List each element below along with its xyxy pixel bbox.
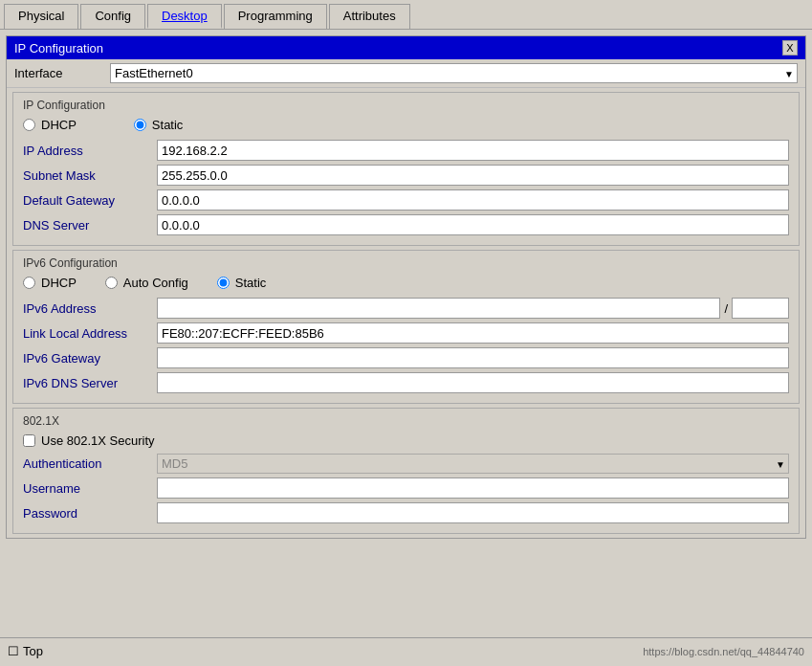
ip-address-input[interactable] [157, 140, 789, 161]
subnet-mask-row: Subnet Mask [23, 165, 789, 186]
prefix-separator: / [720, 301, 732, 316]
subnet-mask-label: Subnet Mask [23, 166, 157, 185]
interface-select[interactable]: FastEthernet0 [110, 63, 798, 83]
interface-select-wrapper: FastEthernet0 ▼ [110, 63, 798, 83]
dot1x-section-title: 802.1X [23, 414, 789, 428]
ipv6-gateway-label: IPv6 Gateway [23, 349, 157, 367]
password-label: Password [23, 504, 157, 522]
ipv6-static-radio[interactable] [217, 277, 230, 289]
ipv6-dhcp-option[interactable]: DHCP [23, 276, 77, 290]
ipv4-dhcp-radio[interactable] [23, 119, 35, 131]
subnet-mask-input[interactable] [157, 165, 789, 186]
top-button[interactable]: ☐ Top [8, 644, 43, 658]
ipv6-dhcp-radio[interactable] [23, 277, 35, 289]
dot1x-checkbox-label: Use 802.1X Security [41, 433, 155, 448]
dns-server-label: DNS Server [23, 216, 157, 234]
dns-server-row: DNS Server [23, 214, 789, 235]
ipv6-static-label: Static [235, 276, 267, 290]
ipv6-address-row: IPv6 Address / [23, 298, 789, 319]
dot1x-section: 802.1X Use 802.1X Security Authenticatio… [12, 408, 800, 534]
ipv4-dhcp-option[interactable]: DHCP [23, 118, 77, 132]
default-gateway-label: Default Gateway [23, 191, 157, 210]
tab-bar: Physical Config Desktop Programming Attr… [0, 0, 812, 30]
ipv4-radio-row: DHCP Static [23, 118, 789, 132]
ipv6-static-option[interactable]: Static [217, 276, 267, 290]
auth-select-wrapper: MD5 ▼ [157, 454, 789, 474]
ipv4-section: IP Configuration DHCP Static IP Address … [12, 92, 800, 246]
ip-config-panel: IP Configuration X Interface FastEtherne… [6, 35, 806, 539]
dns-server-input[interactable] [157, 214, 789, 235]
top-label: Top [23, 644, 43, 658]
main-container: IP Configuration X Interface FastEtherne… [0, 30, 812, 637]
link-local-row: Link Local Address [23, 322, 789, 344]
ipv6-autoconfig-radio[interactable] [105, 277, 118, 289]
ipv6-section: IPv6 Configuration DHCP Auto Config Stat… [12, 250, 800, 404]
ipv4-section-title: IP Configuration [23, 99, 789, 112]
bottom-url: https://blog.csdn.net/qq_44844740 [643, 646, 804, 657]
username-label: Username [23, 479, 157, 498]
auth-select[interactable]: MD5 [157, 454, 789, 474]
ipv4-static-label: Static [152, 118, 184, 132]
username-row: Username [23, 477, 789, 499]
bottom-bar: ☐ Top https://blog.csdn.net/qq_44844740 [0, 637, 812, 664]
ipv6-radio-row: DHCP Auto Config Static [23, 276, 789, 290]
ipv6-address-label: IPv6 Address [23, 300, 157, 318]
ipv6-dns-row: IPv6 DNS Server [23, 372, 789, 393]
ipv6-dns-input[interactable] [157, 372, 789, 393]
password-row: Password [23, 502, 789, 523]
username-input[interactable] [157, 477, 789, 499]
interface-row: Interface FastEthernet0 ▼ [7, 59, 805, 88]
auth-row: Authentication MD5 ▼ [23, 454, 789, 474]
panel-title-bar: IP Configuration X [7, 36, 805, 59]
default-gateway-row: Default Gateway [23, 189, 789, 211]
tab-physical[interactable]: Physical [4, 4, 78, 29]
ipv6-dhcp-label: DHCP [41, 276, 77, 290]
ipv6-autoconfig-label: Auto Config [123, 276, 188, 290]
top-checkbox-icon: ☐ [8, 644, 19, 658]
ipv4-static-option[interactable]: Static [134, 118, 184, 132]
dot1x-checkbox[interactable] [23, 434, 35, 447]
link-local-input[interactable] [157, 322, 789, 344]
tab-desktop[interactable]: Desktop [147, 4, 222, 29]
ipv4-dhcp-label: DHCP [41, 118, 77, 132]
dot1x-checkbox-row: Use 802.1X Security [23, 433, 789, 448]
ipv6-gateway-row: IPv6 Gateway [23, 347, 789, 368]
ipv6-autoconfig-option[interactable]: Auto Config [105, 276, 188, 290]
ipv6-address-input[interactable] [157, 298, 720, 319]
link-local-label: Link Local Address [23, 324, 157, 343]
ipv6-dns-label: IPv6 DNS Server [23, 374, 157, 392]
ipv6-gateway-input[interactable] [157, 347, 789, 368]
auth-label: Authentication [23, 455, 157, 473]
tab-programming[interactable]: Programming [224, 4, 327, 29]
panel-close-button[interactable]: X [782, 40, 798, 56]
tab-attributes[interactable]: Attributes [329, 4, 410, 29]
ipv4-static-radio[interactable] [134, 119, 146, 131]
tab-config[interactable]: Config [80, 4, 145, 29]
default-gateway-input[interactable] [157, 189, 789, 211]
ipv6-prefix-input[interactable] [732, 298, 789, 319]
ipv6-section-title: IPv6 Configuration [23, 256, 789, 270]
panel-title: IP Configuration [14, 41, 103, 56]
ip-address-row: IP Address [23, 140, 789, 161]
interface-label: Interface [14, 66, 110, 80]
ip-address-label: IP Address [23, 142, 157, 160]
password-input[interactable] [157, 502, 789, 523]
